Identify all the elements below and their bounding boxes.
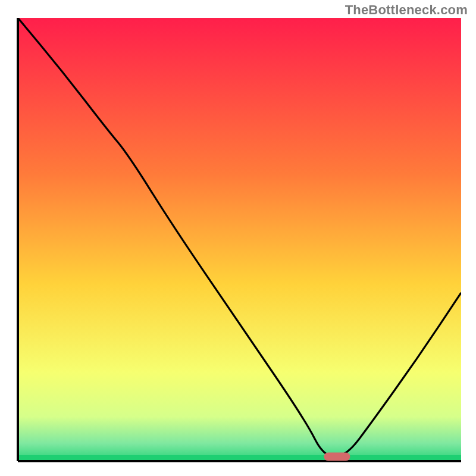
- optimal-marker: [324, 453, 350, 461]
- chart-container: TheBottleneck.com: [0, 0, 476, 476]
- watermark-text: TheBottleneck.com: [345, 2, 468, 18]
- plot-background: [18, 18, 461, 461]
- bottleneck-chart: [0, 0, 476, 476]
